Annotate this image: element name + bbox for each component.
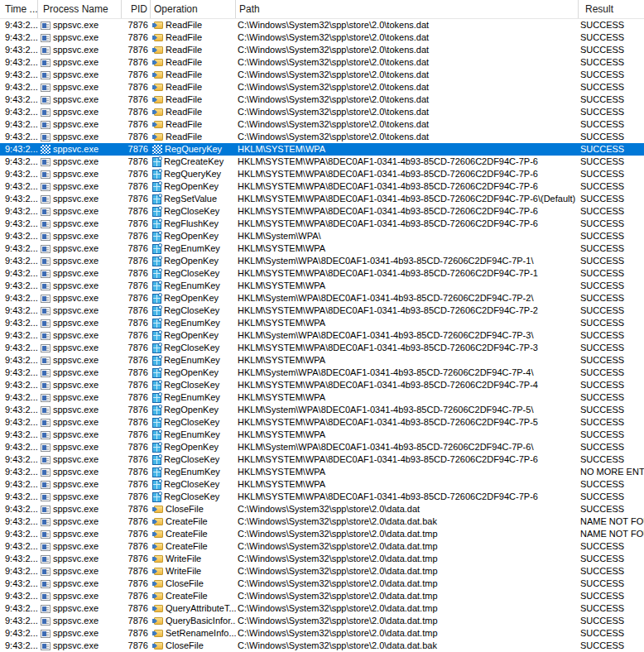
registry-operation-icon xyxy=(152,170,161,180)
column-header-operation[interactable]: Operation xyxy=(151,0,236,18)
event-row[interactable]: 9:43:2... sppsvc.exe 7876 WriteFile C:\W… xyxy=(0,565,644,578)
pid-cell: 7876 xyxy=(122,292,151,304)
process-name: sppsvc.exe xyxy=(53,578,99,590)
event-row[interactable]: 9:43:2... sppsvc.exe 7876 CloseFile C:\W… xyxy=(0,503,644,515)
operation-name: WriteFile xyxy=(166,565,201,578)
event-row[interactable]: 9:43:2... sppsvc.exe 7876 RegCloseKey HK… xyxy=(0,453,644,466)
event-row[interactable]: 9:43:2... sppsvc.exe 7876 RegQueryKey HK… xyxy=(0,143,644,156)
pid-cell: 7876 xyxy=(122,56,151,69)
event-row[interactable]: 9:43:2... sppsvc.exe 7876 ReadFile C:\Wi… xyxy=(0,131,644,143)
column-header-result[interactable]: Result xyxy=(579,0,644,18)
event-row[interactable]: 9:43:2... sppsvc.exe 7876 RegOpenKey HKL… xyxy=(0,180,644,193)
file-operation-icon xyxy=(152,542,163,551)
operation-name: RegCloseKey xyxy=(164,342,219,354)
event-row[interactable]: 9:43:2... sppsvc.exe 7876 RegOpenKey HKL… xyxy=(0,367,644,379)
event-row[interactable]: 9:43:2... sppsvc.exe 7876 RegOpenKey HKL… xyxy=(0,255,644,267)
path-cell: HKLM\SYSTEM\WPA\8DEC0AF1-0341-4b93-85CD-… xyxy=(236,156,579,168)
operation-name: RegCloseKey xyxy=(164,453,219,466)
path-cell: HKLM\SYSTEM\WPA\8DEC0AF1-0341-4b93-85CD-… xyxy=(236,267,579,280)
event-row[interactable]: 9:43:2... sppsvc.exe 7876 RegEnumKey HKL… xyxy=(0,280,644,292)
time-cell: 9:43:2... xyxy=(0,565,38,578)
event-row[interactable]: 9:43:2... sppsvc.exe 7876 QueryAttribute… xyxy=(0,602,644,615)
column-header-path[interactable]: Path xyxy=(236,0,579,18)
event-row[interactable]: 9:43:2... sppsvc.exe 7876 CloseFile C:\W… xyxy=(0,578,644,590)
event-row[interactable]: 9:43:2... sppsvc.exe 7876 RegEnumKey HKL… xyxy=(0,391,644,404)
event-row[interactable]: 9:43:2... sppsvc.exe 7876 ReadFile C:\Wi… xyxy=(0,118,644,131)
process-name: sppsvc.exe xyxy=(53,44,99,56)
event-row[interactable]: 9:43:2... sppsvc.exe 7876 ReadFile C:\Wi… xyxy=(0,56,644,69)
pid-cell: 7876 xyxy=(122,515,151,528)
result-cell: SUCCESS xyxy=(579,379,644,391)
path-cell: HKLM\System\WPA\8DEC0AF1-0341-4b93-85CD-… xyxy=(236,404,579,416)
event-row[interactable]: 9:43:2... sppsvc.exe 7876 ReadFile C:\Wi… xyxy=(0,31,644,44)
process-cell: sppsvc.exe xyxy=(38,44,122,56)
operation-name: RegCloseKey xyxy=(164,491,219,503)
operation-cell: RegEnumKey xyxy=(151,354,236,367)
result-cell: SUCCESS xyxy=(579,304,644,317)
pid-cell: 7876 xyxy=(122,106,151,118)
event-row[interactable]: 9:43:2... sppsvc.exe 7876 QueryBasicInfo… xyxy=(0,615,644,627)
event-row[interactable]: 9:43:2... sppsvc.exe 7876 RegQueryKey HK… xyxy=(0,168,644,180)
time-cell: 9:43:2... xyxy=(0,404,38,416)
process-name: sppsvc.exe xyxy=(53,615,99,627)
column-header-pid[interactable]: PID xyxy=(122,0,151,18)
event-row[interactable]: 9:43:2... sppsvc.exe 7876 ReadFile C:\Wi… xyxy=(0,44,644,56)
event-row[interactable]: 9:43:2... sppsvc.exe 7876 RegEnumKey HKL… xyxy=(0,466,644,478)
event-row[interactable]: 9:43:2... sppsvc.exe 7876 RegSetValue HK… xyxy=(0,193,644,205)
operation-cell: CreateFile xyxy=(151,515,236,528)
event-row[interactable]: 9:43:2... sppsvc.exe 7876 CreateFile C:\… xyxy=(0,540,644,553)
event-row[interactable]: 9:43:2... sppsvc.exe 7876 CreateFile C:\… xyxy=(0,590,644,602)
event-row[interactable]: 9:43:2... sppsvc.exe 7876 RegCreateKey H… xyxy=(0,156,644,168)
event-row[interactable]: 9:43:2... sppsvc.exe 7876 RegFlushKey HK… xyxy=(0,218,644,230)
event-row[interactable]: 9:43:2... sppsvc.exe 7876 RegCloseKey HK… xyxy=(0,267,644,280)
event-row[interactable]: 9:43:2... sppsvc.exe 7876 ReadFile C:\Wi… xyxy=(0,81,644,93)
time-cell: 9:43:2... xyxy=(0,528,38,540)
event-row[interactable]: 9:43:2... sppsvc.exe 7876 RegEnumKey HKL… xyxy=(0,354,644,367)
event-row[interactable]: 9:43:2... sppsvc.exe 7876 RegCloseKey HK… xyxy=(0,342,644,354)
event-row[interactable]: 9:43:2... sppsvc.exe 7876 RegEnumKey HKL… xyxy=(0,242,644,255)
time-cell: 9:43:2... xyxy=(0,56,38,69)
event-row[interactable]: 9:43:2... sppsvc.exe 7876 RegCloseKey HK… xyxy=(0,304,644,317)
event-row[interactable]: 9:43:2... sppsvc.exe 7876 RegEnumKey HKL… xyxy=(0,317,644,329)
event-row[interactable]: 9:43:2... sppsvc.exe 7876 WriteFile C:\W… xyxy=(0,553,644,565)
event-row[interactable]: 9:43:2... sppsvc.exe 7876 RegCloseKey HK… xyxy=(0,491,644,503)
process-name: sppsvc.exe xyxy=(53,453,99,466)
time-cell: 9:43:2... xyxy=(0,280,38,292)
operation-name: CloseFile xyxy=(166,578,204,590)
process-icon xyxy=(41,133,50,141)
event-row[interactable]: 9:43:2... sppsvc.exe 7876 RegCloseKey HK… xyxy=(0,379,644,391)
event-row[interactable]: 9:43:2... sppsvc.exe 7876 RegOpenKey HKL… xyxy=(0,329,644,342)
event-row[interactable]: 9:43:2... sppsvc.exe 7876 CloseFile C:\W… xyxy=(0,640,644,652)
event-row[interactable]: 9:43:2... sppsvc.exe 7876 ReadFile C:\Wi… xyxy=(0,106,644,118)
event-row[interactable]: 9:43:2... sppsvc.exe 7876 RegCloseKey HK… xyxy=(0,205,644,218)
event-row[interactable]: 9:43:2... sppsvc.exe 7876 RegOpenKey HKL… xyxy=(0,230,644,242)
operation-cell: CreateFile xyxy=(151,528,236,540)
process-name: sppsvc.exe xyxy=(53,515,99,528)
pid-cell: 7876 xyxy=(122,242,151,255)
event-row[interactable]: 9:43:2... sppsvc.exe 7876 ReadFile C:\Wi… xyxy=(0,69,644,81)
event-row[interactable]: 9:43:2... sppsvc.exe 7876 RegCloseKey HK… xyxy=(0,416,644,429)
event-row[interactable]: 9:43:2... sppsvc.exe 7876 CreateFile C:\… xyxy=(0,528,644,540)
process-name: sppsvc.exe xyxy=(53,131,99,143)
event-row[interactable]: 9:43:2... sppsvc.exe 7876 ReadFile C:\Wi… xyxy=(0,93,644,106)
path-cell: HKLM\SYSTEM\WPA xyxy=(236,242,579,255)
process-name: sppsvc.exe xyxy=(53,528,99,540)
event-row[interactable]: 9:43:2... sppsvc.exe 7876 RegCloseKey HK… xyxy=(0,478,644,491)
event-row[interactable]: 9:43:2... sppsvc.exe 7876 SetRenameInfo.… xyxy=(0,627,644,640)
column-header-process-name[interactable]: Process Name xyxy=(38,0,122,18)
operation-cell: RegQueryKey xyxy=(151,168,236,180)
event-row[interactable]: 9:43:2... sppsvc.exe 7876 RegOpenKey HKL… xyxy=(0,292,644,304)
path-cell: C:\Windows\System32\spp\store\2.0\data.d… xyxy=(236,627,579,640)
process-icon xyxy=(41,568,50,576)
process-icon xyxy=(41,208,50,216)
process-icon xyxy=(41,59,50,67)
operation-name: CreateFile xyxy=(166,590,208,602)
event-row[interactable]: 9:43:2... sppsvc.exe 7876 RegEnumKey HKL… xyxy=(0,429,644,441)
event-row[interactable]: 9:43:2... sppsvc.exe 7876 ReadFile C:\Wi… xyxy=(0,19,644,31)
event-row[interactable]: 9:43:2... sppsvc.exe 7876 RegOpenKey HKL… xyxy=(0,441,644,453)
process-name: sppsvc.exe xyxy=(53,478,99,491)
result-cell: SUCCESS xyxy=(579,404,644,416)
event-row[interactable]: 9:43:2... sppsvc.exe 7876 RegOpenKey HKL… xyxy=(0,404,644,416)
column-header-time[interactable]: Time ... xyxy=(0,0,38,18)
event-row[interactable]: 9:43:2... sppsvc.exe 7876 CreateFile C:\… xyxy=(0,515,644,528)
